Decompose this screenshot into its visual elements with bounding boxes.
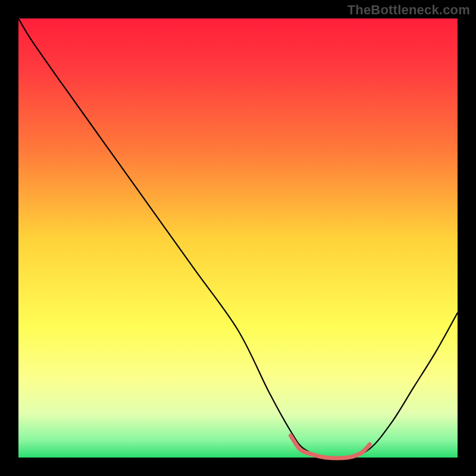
watermark-text: TheBottleneck.com (347, 2, 470, 18)
bottleneck-chart (0, 0, 476, 476)
chart-container: TheBottleneck.com (0, 0, 476, 476)
plot-background-gradient (18, 18, 458, 458)
